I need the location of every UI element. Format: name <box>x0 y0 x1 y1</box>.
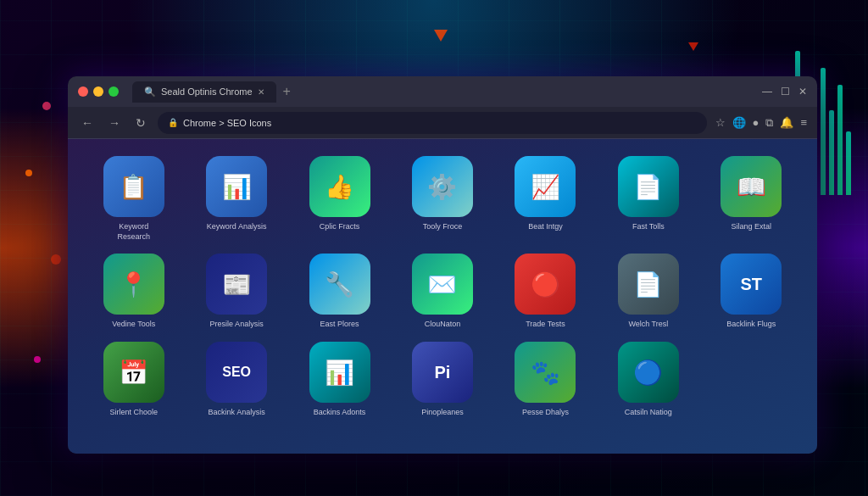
window-controls: — ☐ ✕ <box>762 86 807 98</box>
icon-label: Backins Adonts <box>314 408 366 418</box>
icon-label: Vedine Tools <box>112 320 155 330</box>
icon-symbol: 🔧 <box>325 270 354 298</box>
icon-box: 📊 <box>206 156 267 217</box>
icon-item[interactable]: ✉️ClouNaton <box>397 254 487 330</box>
icon-symbol: 📖 <box>737 173 766 201</box>
icon-label: Cplic Fracts <box>320 222 360 232</box>
icon-box: 📊 <box>309 342 370 403</box>
icon-item[interactable]: STBacklink Flugs <box>706 254 797 330</box>
icon-item[interactable]: 🔧East Plores <box>294 254 385 330</box>
icon-label: Pinopleanes <box>421 408 464 418</box>
extensions-icon[interactable]: ⧉ <box>765 116 773 130</box>
icon-box: 🔧 <box>309 254 370 315</box>
icon-symbol: 🐾 <box>531 359 560 387</box>
icon-symbol: 📊 <box>325 359 354 387</box>
tab-area: 🔍 Seald Optinis Chrome ✕ + <box>125 81 755 103</box>
icon-label: Catsiln Natiog <box>625 408 672 418</box>
close-icon[interactable]: ✕ <box>798 86 807 98</box>
icon-item[interactable]: 📈Beat Intgy <box>500 156 591 242</box>
icon-box: Pi <box>412 342 473 403</box>
icon-symbol: 📄 <box>633 173 663 201</box>
icon-symbol: SEO <box>222 365 251 380</box>
icon-label: Pesse Dhalys <box>522 408 569 418</box>
globe-icon[interactable]: 🌐 <box>732 116 746 130</box>
icon-box: 📋 <box>103 156 164 217</box>
icon-label: East Plores <box>320 320 359 330</box>
icon-item[interactable]: 🔴Trade Tests <box>500 254 591 330</box>
chart-bar <box>821 68 826 195</box>
close-button[interactable] <box>78 86 88 97</box>
icon-grid: 📋Keyword Research📊Keyword Analysis👍Cplic… <box>88 156 797 418</box>
icon-symbol: Pi <box>435 363 451 382</box>
icon-symbol: 📊 <box>222 173 252 201</box>
icon-item[interactable]: 📖Silang Extal <box>706 156 797 242</box>
icon-item[interactable]: 📊Backins Adonts <box>294 342 385 418</box>
icon-symbol: ST <box>741 275 763 294</box>
deco-triangle <box>434 30 448 42</box>
icon-label: Presile Analysis <box>210 320 264 330</box>
menu-icon[interactable]: ≡ <box>800 116 807 130</box>
icon-item[interactable]: PiPinopleanes <box>397 342 487 418</box>
icon-item[interactable]: SEOBackink Analysis <box>191 342 281 418</box>
icon-symbol: 📄 <box>633 270 663 298</box>
icon-symbol: 📰 <box>222 270 252 298</box>
tab-title: Seald Optinis Chrome <box>161 86 253 97</box>
icon-label: Beat Intgy <box>528 222 563 232</box>
icon-box: 📅 <box>103 342 164 403</box>
bookmark-icon[interactable]: ☆ <box>715 116 726 130</box>
address-field[interactable]: 🔒 Chrome > SEO Icons <box>158 112 707 134</box>
icon-label: Sirlent Choole <box>109 408 158 418</box>
icon-symbol: ✉️ <box>427 270 457 298</box>
icon-label: Tooly Froce <box>423 222 463 232</box>
tab-close-icon[interactable]: ✕ <box>258 87 264 97</box>
icon-item[interactable]: 📅Sirlent Choole <box>88 342 179 418</box>
icon-symbol: 🔵 <box>633 359 663 387</box>
profile-icon[interactable]: ● <box>753 116 760 130</box>
icon-symbol: 📍 <box>119 270 148 298</box>
lock-icon: 🔒 <box>168 118 178 127</box>
icon-item[interactable]: 📰Presile Analysis <box>191 254 281 330</box>
maximize-button[interactable] <box>108 86 119 97</box>
icon-item[interactable]: 📄Welch Tresl <box>603 254 693 330</box>
deco-dot <box>42 102 51 110</box>
icon-box: 📖 <box>721 156 782 217</box>
icon-item[interactable]: 🔵Catsiln Natiog <box>603 342 693 418</box>
reload-button[interactable]: ↻ <box>132 114 149 131</box>
icon-label: Backlink Flugs <box>726 320 776 330</box>
icon-box: ⚙️ <box>412 156 473 217</box>
minimize-button[interactable] <box>93 86 103 97</box>
icon-symbol: 👍 <box>325 173 354 201</box>
notifications-icon[interactable]: 🔔 <box>780 116 793 130</box>
icon-item[interactable]: ⚙️Tooly Froce <box>397 156 487 242</box>
restore-icon[interactable]: ☐ <box>781 86 790 98</box>
active-tab[interactable]: 🔍 Seald Optinis Chrome ✕ <box>132 81 276 103</box>
new-tab-button[interactable]: + <box>283 84 291 99</box>
icon-item[interactable]: 👍Cplic Fracts <box>294 156 385 242</box>
icon-item[interactable]: 📋Keyword Research <box>88 156 179 242</box>
icon-symbol: 📋 <box>119 173 148 201</box>
chart-bar <box>846 131 851 195</box>
chart-bar <box>837 85 843 195</box>
deco-dot <box>51 254 61 265</box>
tab-favicon: 🔍 <box>144 86 156 98</box>
icon-box: 🔴 <box>515 254 576 315</box>
browser-window: 🔍 Seald Optinis Chrome ✕ + — ☐ ✕ ← → ↻ 🔒… <box>68 76 817 454</box>
icon-item[interactable]: 📊Keyword Analysis <box>191 156 281 242</box>
icon-box: 🐾 <box>515 342 576 403</box>
icon-box: 👍 <box>309 156 370 217</box>
icon-item[interactable]: 🐾Pesse Dhalys <box>500 342 591 418</box>
icon-box: ST <box>721 254 782 315</box>
icon-box: 🔵 <box>618 342 679 403</box>
forward-button[interactable]: → <box>105 114 124 131</box>
icon-label: Welch Tresl <box>628 320 668 330</box>
icon-item[interactable]: 📄Fast Tolls <box>603 156 693 242</box>
icon-label: Trade Tests <box>526 320 565 330</box>
minimize-icon[interactable]: — <box>762 86 772 98</box>
icon-label: Fast Tolls <box>632 222 665 232</box>
icon-box: 📈 <box>515 156 576 217</box>
address-text: Chrome > SEO Icons <box>183 118 271 128</box>
icon-label: ClouNaton <box>425 320 461 330</box>
icon-box: SEO <box>206 342 267 403</box>
icon-item[interactable]: 📍Vedine Tools <box>88 254 179 330</box>
back-button[interactable]: ← <box>78 114 97 131</box>
